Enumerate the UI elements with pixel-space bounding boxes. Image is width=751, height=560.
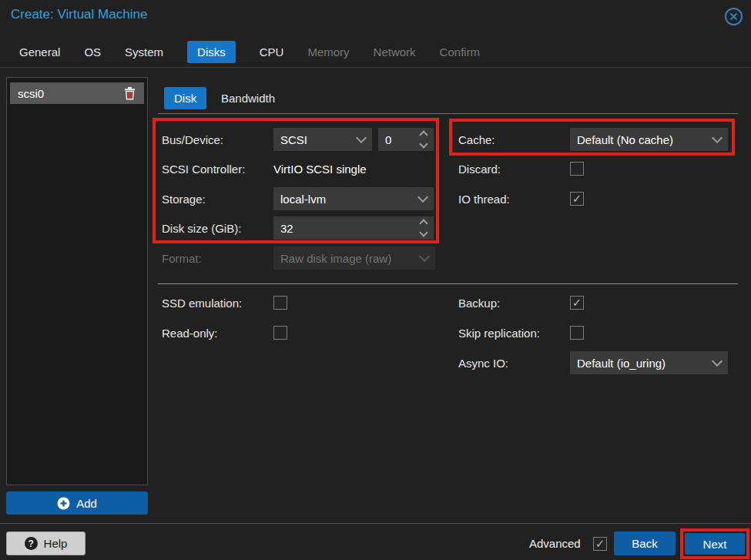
disk-list-item-scsi0[interactable]: scsi0: [10, 82, 144, 104]
backup-checkbox[interactable]: ✓: [570, 296, 584, 310]
scsi-controller-label: SCSI Controller:: [162, 157, 245, 180]
async-io-label: Async IO:: [458, 351, 508, 374]
storage-label: Storage:: [162, 187, 206, 210]
subtab-separator: [158, 113, 738, 114]
read-only-label: Read-only:: [162, 321, 218, 344]
scsi-controller-value: VirtIO SCSI single: [273, 157, 367, 180]
tab-network: Network: [374, 41, 416, 63]
tab-general[interactable]: General: [19, 41, 60, 63]
form-section-divider: [158, 283, 738, 284]
bus-device-value: SCSI: [280, 133, 307, 146]
cache-label: Cache:: [458, 128, 495, 151]
tab-disks[interactable]: Disks: [187, 41, 236, 63]
checkmark-icon: ✓: [595, 538, 605, 549]
backup-label: Backup:: [458, 291, 500, 314]
format-label: Format:: [162, 246, 202, 270]
discard-label: Discard:: [458, 157, 501, 180]
checkmark-icon: ✓: [572, 193, 582, 204]
advanced-checkbox[interactable]: ✓: [593, 537, 607, 551]
tab-system[interactable]: System: [125, 41, 163, 63]
chevron-down-icon: [356, 132, 367, 143]
tab-confirm: Confirm: [440, 41, 481, 63]
question-icon: ?: [25, 537, 38, 550]
bus-device-select[interactable]: SCSI: [273, 128, 372, 151]
spinner-icon[interactable]: [421, 132, 427, 147]
trash-icon[interactable]: [123, 86, 136, 100]
bus-device-number-value: 0: [385, 133, 391, 146]
chevron-down-icon: [419, 251, 430, 262]
io-thread-checkbox[interactable]: ✓: [570, 192, 584, 206]
ssd-emulation-label: SSD emulation:: [162, 291, 242, 314]
disk-size-label: Disk size (GiB):: [162, 216, 241, 240]
tab-os[interactable]: OS: [84, 41, 101, 63]
cache-select[interactable]: Default (No cache): [570, 128, 728, 151]
help-button[interactable]: ? Help: [6, 531, 85, 555]
storage-select[interactable]: local-lvm: [273, 187, 434, 210]
disk-size-value: 32: [280, 222, 293, 235]
help-button-label: Help: [44, 537, 68, 550]
async-io-select[interactable]: Default (io_uring): [570, 351, 728, 374]
format-value: Raw disk image (raw): [280, 252, 391, 265]
dialog-title: Create: Virtual Machine: [11, 7, 147, 22]
add-disk-button[interactable]: Add: [6, 491, 148, 515]
io-thread-label: IO thread:: [458, 187, 510, 210]
create-vm-dialog: Create: Virtual Machine General OS Syste…: [0, 0, 751, 560]
cache-value: Default (No cache): [577, 133, 673, 146]
checkmark-icon: ✓: [572, 297, 582, 308]
chevron-down-icon: [712, 356, 723, 367]
add-button-label: Add: [76, 497, 97, 510]
close-icon[interactable]: [724, 7, 743, 26]
subtab-disk[interactable]: Disk: [164, 87, 206, 109]
footer-separator: [0, 523, 751, 524]
disk-item-label: scsi0: [18, 87, 44, 100]
disk-size-stepper[interactable]: 32: [273, 216, 434, 240]
subtab-bandwidth[interactable]: Bandwidth: [221, 87, 275, 109]
spinner-icon[interactable]: [421, 220, 427, 236]
ssd-emulation-checkbox[interactable]: [273, 296, 287, 310]
wizard-tabbar: General OS System Disks CPU Memory Netwo…: [0, 37, 751, 68]
format-select-disabled: Raw disk image (raw): [273, 246, 435, 270]
back-button[interactable]: Back: [614, 531, 676, 555]
chevron-down-icon: [417, 192, 428, 203]
skip-replication-checkbox[interactable]: [570, 326, 584, 340]
tab-cpu[interactable]: CPU: [260, 41, 284, 63]
skip-replication-label: Skip replication:: [458, 321, 540, 344]
read-only-checkbox[interactable]: [273, 326, 287, 340]
plus-circle-icon: [57, 497, 70, 510]
discard-checkbox[interactable]: [570, 162, 584, 176]
tab-memory: Memory: [307, 41, 349, 63]
storage-value: local-lvm: [280, 193, 326, 206]
advanced-label: Advanced: [529, 531, 581, 555]
disk-list-panel: scsi0: [6, 77, 148, 485]
bus-device-number-stepper[interactable]: 0: [378, 128, 434, 151]
next-button[interactable]: Next: [685, 533, 745, 555]
bus-device-label: Bus/Device:: [162, 128, 223, 151]
async-io-value: Default (io_uring): [577, 357, 666, 370]
chevron-down-icon: [712, 132, 723, 143]
